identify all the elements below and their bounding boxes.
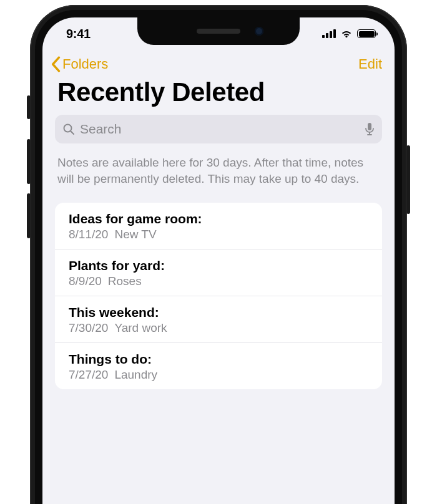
list-item[interactable]: Ideas for game room: 8/11/20New TV (55, 203, 382, 250)
note-title: This weekend: (69, 305, 368, 320)
back-label: Folders (62, 56, 108, 72)
note-subtitle: 8/9/20Roses (69, 274, 368, 288)
search-input[interactable]: Search (55, 115, 382, 143)
note-subtitle: 7/30/20Yard work (69, 321, 368, 335)
list-item[interactable]: This weekend: 7/30/20Yard work (55, 296, 382, 343)
battery-icon (357, 29, 376, 38)
cellular-signal-icon (322, 29, 336, 38)
back-button[interactable]: Folders (50, 56, 108, 72)
search-placeholder: Search (80, 122, 360, 137)
volume-down-button (27, 193, 31, 238)
note-subtitle: 7/27/20Laundry (69, 368, 368, 382)
svg-line-1 (71, 131, 74, 134)
navigation-bar: Folders Edit (42, 52, 395, 75)
front-camera (255, 27, 263, 36)
note-title: Ideas for game room: (69, 211, 368, 226)
notch (137, 17, 300, 45)
speaker-grille (197, 29, 240, 34)
status-icons (322, 29, 376, 39)
note-title: Plants for yard: (69, 258, 368, 273)
volume-up-button (27, 139, 31, 184)
edit-button[interactable]: Edit (358, 56, 382, 72)
note-subtitle: 8/11/20New TV (69, 228, 368, 241)
microphone-icon[interactable] (365, 122, 375, 136)
wifi-icon (340, 29, 353, 39)
notes-list: Ideas for game room: 8/11/20New TV Plant… (55, 203, 382, 389)
mute-switch (27, 95, 31, 119)
phone-screen: 9:41 (42, 17, 395, 504)
phone-frame: 9:41 (30, 5, 407, 504)
info-text: Notes are available here for 30 days. Af… (42, 143, 395, 203)
list-item[interactable]: Things to do: 7/27/20Laundry (55, 343, 382, 389)
note-title: Things to do: (69, 352, 368, 367)
power-button (406, 145, 410, 214)
search-icon (62, 123, 75, 135)
list-item[interactable]: Plants for yard: 8/9/20Roses (55, 250, 382, 296)
svg-rect-2 (368, 123, 371, 130)
status-time: 9:41 (66, 27, 91, 41)
chevron-left-icon (50, 56, 61, 72)
page-title: Recently Deleted (42, 75, 395, 115)
